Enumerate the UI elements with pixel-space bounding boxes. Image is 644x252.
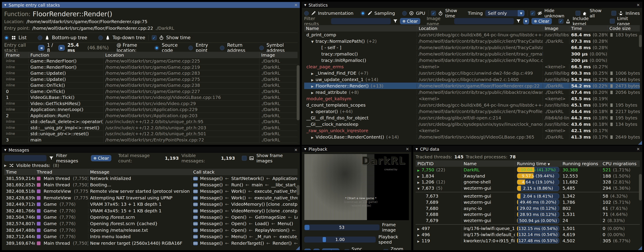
stats-symbol-row[interactable]: ▶VideoGLBase::RenderContent()(+14)/home/…	[304, 134, 640, 140]
col-image[interactable]: Image	[260, 52, 298, 58]
scrollbar-thumb[interactable]	[297, 65, 300, 120]
col-image[interactable]: Image	[543, 26, 569, 31]
expand-icon[interactable]: ▶	[417, 227, 420, 231]
col-name[interactable]: Name	[304, 26, 417, 31]
sample-frame-row[interactable]: inlineGame::RenderFloor()/home/wolf/dark…	[4, 58, 298, 64]
sample-frame-row[interactable]: inlineGame::RenderFloor()/home/wolf/dark…	[4, 64, 298, 70]
limit-range-label[interactable]: Limit range	[617, 16, 640, 26]
callstack-list-icon[interactable]	[193, 242, 198, 246]
source-code-radio[interactable]	[154, 46, 159, 50]
include-kernel-label[interactable]: Include kernel	[573, 16, 600, 26]
message-row[interactable]: 382,481,766nsGame(7,776)VRAM 43x45: 15 +…	[4, 208, 298, 214]
stats-symbol-row[interactable]: __GI___clock_nanosleep/usr/src/debug/gli…	[304, 121, 640, 127]
visible-threads-label[interactable]: Visible threads:	[16, 163, 50, 168]
cpu-panel-titlebar[interactable]: ▼ CPU data ✕	[414, 146, 642, 152]
zoom-2x-label[interactable]: Zoom 2×	[390, 246, 409, 250]
top-down-radio[interactable]	[98, 36, 103, 40]
instrumentation-label[interactable]: Instrumentation	[318, 10, 354, 16]
resize-grip[interactable]	[296, 246, 300, 250]
expand-icon[interactable]: ▶	[417, 181, 420, 184]
zoom-2x-checkbox[interactable]	[384, 249, 388, 250]
sync-timeline-label[interactable]: Sync timeline	[352, 246, 378, 250]
col-frame[interactable]: Frame	[4, 52, 29, 58]
scrollbar-thumb[interactable]	[639, 174, 642, 200]
col-call-stack[interactable]: Call stack	[192, 170, 298, 175]
col-code-size[interactable]: Code size	[608, 26, 640, 31]
stats-symbol-row[interactable]: __GI__dl_find_dso_for_object/usr/src/deb…	[304, 114, 640, 121]
callstack-list-icon[interactable]	[193, 216, 198, 220]
scrollbar-thumb[interactable]	[639, 35, 642, 47]
sampling-radio[interactable]	[360, 11, 365, 16]
sample-frame-row[interactable]: 2Application::Run()/home/wolf/darkrl/src…	[4, 113, 298, 119]
prev-stack-button[interactable]: ◀	[38, 45, 44, 51]
stats-symbol-row[interactable]: tracy::rpmalloc()/home/wolf/darkrl/contr…	[304, 51, 640, 57]
show-frame-images-checkbox[interactable]	[242, 156, 247, 160]
stats-symbol-row[interactable]: d_print_comp/usr/src/debug/gcc-build/x86…	[304, 32, 640, 38]
expand-icon[interactable]: ▶	[417, 169, 420, 172]
hide-unknown-label[interactable]: Hide unknown	[544, 8, 567, 18]
sample-frame-row[interactable]: inlineApplication::InnerLoop()/home/wolf…	[4, 106, 298, 113]
playback-speed-slider[interactable]: 1.00	[304, 236, 376, 242]
inlines-checkbox[interactable]	[612, 11, 616, 16]
show-time-checkbox[interactable]: ✓	[431, 11, 436, 16]
stats-symbol-row[interactable]: clear_page_erms<kernel><kernel>66.5 ms(0…	[304, 64, 640, 70]
stats-symbol-row[interactable]: module_get_kallsym<kernel><kernel>45.5 m…	[304, 96, 640, 102]
bottom-up-radio[interactable]	[38, 36, 42, 40]
col-running-time[interactable]: Running time ▼	[515, 161, 561, 166]
callstack-list-icon[interactable]	[193, 177, 198, 181]
image-name-input[interactable]	[454, 18, 514, 24]
return-address-label[interactable]: Return address	[227, 42, 256, 53]
symbol-address-radio[interactable]	[259, 46, 264, 50]
message-row[interactable]: 382,449,712nsGame(7,776)VRAM 37x45: 13 +…	[4, 201, 298, 208]
cpu-thread-row[interactable]: ▶1,834Xwayland9.57 s (39.44%)12,553188(1…	[416, 173, 640, 179]
expand-icon[interactable]: ▶	[311, 84, 314, 88]
cpu-thread-row[interactable]: ▶7,750(22)DarkRL10.04 s (41.37%)30,38852…	[416, 167, 640, 173]
list-mode-radio[interactable]	[4, 36, 9, 40]
stats-symbol-row[interactable]: [ - self - ]/home/wolf/darkrl/contrib/tr…	[304, 44, 640, 51]
expand-icon[interactable]: ▼	[311, 40, 314, 44]
sample-frame-row[interactable]: inlineGame::Update()/home/wolf/darkrl/sr…	[4, 70, 298, 76]
callstack-list-icon[interactable]	[193, 196, 198, 200]
message-row[interactable]: 389,169,674nsMain thread(7,750)New rende…	[4, 240, 298, 246]
col-running-regions[interactable]: Running regions	[561, 161, 601, 166]
bottom-up-label[interactable]: Bottom-up tree	[52, 35, 87, 40]
top-down-label[interactable]: Top-down tree	[112, 35, 145, 40]
col-time[interactable]: Time	[4, 170, 35, 175]
gpu-radio[interactable]	[402, 11, 407, 16]
speed-slider-handle[interactable]	[323, 237, 326, 242]
message-row[interactable]: 382,428,639nsRemoteView(7,775)Attempting…	[4, 194, 298, 201]
callstack-list-icon[interactable]	[193, 228, 198, 232]
entry-point-value[interactable]: /home/wolf/darkrl/src/game/floor/FloorRe…	[32, 26, 153, 31]
expand-icon[interactable]: ▶	[311, 136, 314, 139]
expand-icon[interactable]: ▶	[417, 240, 420, 243]
show-time-label[interactable]: Show time	[166, 35, 191, 40]
cpu-thread-row[interactable]: ▼7,673(5)wezterm-gui2.15 s (8.86%)5,4852…	[416, 185, 640, 191]
resize-grip[interactable]	[638, 141, 642, 145]
stats-symbol-row[interactable]: ▶uw_update_context_1(+14)/usr/src/debug/…	[304, 76, 640, 82]
next-stack-button[interactable]: ▶	[58, 45, 65, 51]
cpu-thread-row[interactable]: ▶496irq/175-iwlwifi:default_qu132.14 ms …	[416, 232, 640, 238]
stats-symbol-row[interactable]: ▼tracy::NormalizePath()(+2)/home/wolf/da…	[304, 38, 640, 44]
close-icon[interactable]: ✕	[406, 147, 409, 151]
col-name[interactable]: Name	[462, 161, 515, 166]
col-cpu-migrations[interactable]: CPU migrations	[601, 161, 640, 166]
sample-frame-row[interactable]: inlinestd::__uniq_ptr_impl<>::reset()/us…	[4, 125, 298, 131]
expand-icon[interactable]: ▶	[311, 91, 314, 94]
message-row[interactable]: 382,647,488nsGame(7,776)Opening /meta/re…	[4, 227, 298, 233]
gpu-label[interactable]: GPU	[416, 10, 425, 16]
collapse-icon[interactable]: ▼	[4, 148, 6, 152]
close-icon[interactable]: ✕	[294, 148, 298, 152]
show-frame-images-label[interactable]: Show frame images	[256, 153, 298, 164]
expand-icon[interactable]: ▶	[311, 72, 314, 75]
sample-frame-row[interactable]: inlinestd::unique_ptr<>::reset()/usr/inc…	[4, 131, 298, 137]
step-forward-button[interactable]: ▶	[313, 249, 320, 250]
col-location[interactable]: Location	[417, 26, 543, 31]
close-icon[interactable]: ✕	[636, 3, 640, 7]
sampling-label[interactable]: Sampling	[374, 10, 395, 16]
stats-symbol-row[interactable]: ▶FloorRenderer::Render()(+13)/home/wolf/…	[304, 82, 640, 89]
expand-icon[interactable]: ▶	[417, 234, 420, 237]
sample-frame-row[interactable]: 3main/home/wolf/darkrl/src/EntryPointPos…	[4, 137, 298, 143]
play-button[interactable]: ▶Play	[322, 248, 339, 250]
collapse-icon[interactable]: ▼	[304, 3, 306, 6]
sample-frame-row[interactable]: 1VideoGLBase::Tick()/home/wolf/darkrl/sr…	[4, 94, 298, 101]
